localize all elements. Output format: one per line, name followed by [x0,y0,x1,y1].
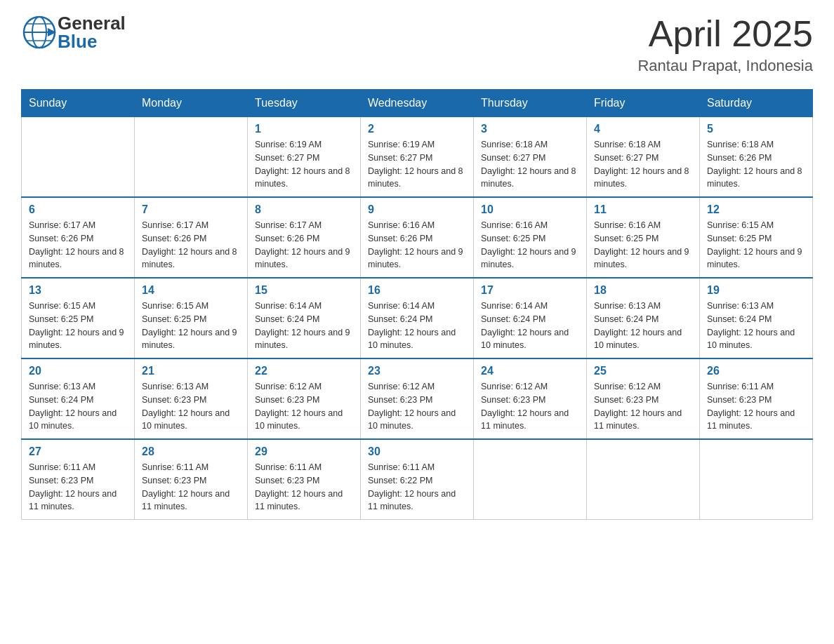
day-info: Sunrise: 6:13 AMSunset: 6:24 PMDaylight:… [594,300,692,352]
month-title: April 2025 [637,14,813,54]
day-info: Sunrise: 6:14 AMSunset: 6:24 PMDaylight:… [255,300,353,352]
calendar-cell [700,439,813,520]
location-title: Rantau Prapat, Indonesia [637,57,813,75]
day-info: Sunrise: 6:17 AMSunset: 6:26 PMDaylight:… [255,219,353,271]
day-number: 21 [142,365,240,377]
title-section: April 2025 Rantau Prapat, Indonesia [637,14,813,75]
day-number: 4 [594,123,692,135]
calendar-cell: 18Sunrise: 6:13 AMSunset: 6:24 PMDayligh… [587,278,700,358]
calendar-cell [587,439,700,520]
day-info: Sunrise: 6:14 AMSunset: 6:24 PMDaylight:… [368,300,466,352]
day-header-saturday: Saturday [700,90,813,117]
calendar-cell: 15Sunrise: 6:14 AMSunset: 6:24 PMDayligh… [248,278,361,358]
calendar-cell: 20Sunrise: 6:13 AMSunset: 6:24 PMDayligh… [22,358,135,439]
day-info: Sunrise: 6:16 AMSunset: 6:25 PMDaylight:… [481,219,579,271]
calendar-cell: 2Sunrise: 6:19 AMSunset: 6:27 PMDaylight… [361,117,474,198]
logo-general-text: General [58,14,126,32]
day-info: Sunrise: 6:16 AMSunset: 6:25 PMDaylight:… [594,219,692,271]
day-header-wednesday: Wednesday [361,90,474,117]
calendar-cell: 29Sunrise: 6:11 AMSunset: 6:23 PMDayligh… [248,439,361,520]
calendar-cell: 12Sunrise: 6:15 AMSunset: 6:25 PMDayligh… [700,197,813,278]
calendar-cell [135,117,248,198]
calendar-cell: 19Sunrise: 6:13 AMSunset: 6:24 PMDayligh… [700,278,813,358]
logo-blue-text: Blue [58,32,126,51]
day-info: Sunrise: 6:17 AMSunset: 6:26 PMDaylight:… [142,219,240,271]
day-info: Sunrise: 6:11 AMSunset: 6:23 PMDaylight:… [29,461,127,514]
day-number: 24 [481,365,579,377]
calendar-cell: 22Sunrise: 6:12 AMSunset: 6:23 PMDayligh… [248,358,361,439]
day-info: Sunrise: 6:18 AMSunset: 6:26 PMDaylight:… [707,138,805,191]
calendar-week-row: 6Sunrise: 6:17 AMSunset: 6:26 PMDaylight… [22,197,813,278]
day-header-friday: Friday [587,90,700,117]
calendar-cell: 7Sunrise: 6:17 AMSunset: 6:26 PMDaylight… [135,197,248,278]
day-info: Sunrise: 6:11 AMSunset: 6:23 PMDaylight:… [142,461,240,514]
day-info: Sunrise: 6:15 AMSunset: 6:25 PMDaylight:… [29,300,127,352]
day-info: Sunrise: 6:15 AMSunset: 6:25 PMDaylight:… [707,219,805,271]
calendar-week-row: 20Sunrise: 6:13 AMSunset: 6:24 PMDayligh… [22,358,813,439]
day-info: Sunrise: 6:12 AMSunset: 6:23 PMDaylight:… [368,380,466,433]
calendar-cell: 10Sunrise: 6:16 AMSunset: 6:25 PMDayligh… [474,197,587,278]
calendar-cell: 11Sunrise: 6:16 AMSunset: 6:25 PMDayligh… [587,197,700,278]
day-info: Sunrise: 6:13 AMSunset: 6:23 PMDaylight:… [142,380,240,433]
day-header-monday: Monday [135,90,248,117]
day-info: Sunrise: 6:12 AMSunset: 6:23 PMDaylight:… [255,380,353,433]
day-info: Sunrise: 6:12 AMSunset: 6:23 PMDaylight:… [594,380,692,433]
day-number: 9 [368,203,466,216]
day-number: 23 [368,365,466,377]
day-info: Sunrise: 6:14 AMSunset: 6:24 PMDaylight:… [481,300,579,352]
day-info: Sunrise: 6:19 AMSunset: 6:27 PMDaylight:… [255,138,353,191]
calendar-cell: 9Sunrise: 6:16 AMSunset: 6:26 PMDaylight… [361,197,474,278]
logo: General Blue [21,14,126,51]
day-number: 5 [707,123,805,135]
calendar-cell: 6Sunrise: 6:17 AMSunset: 6:26 PMDaylight… [22,197,135,278]
day-header-sunday: Sunday [22,90,135,117]
calendar-cell: 3Sunrise: 6:18 AMSunset: 6:27 PMDaylight… [474,117,587,198]
day-number: 17 [481,284,579,297]
day-info: Sunrise: 6:16 AMSunset: 6:26 PMDaylight:… [368,219,466,271]
logo-icon [21,14,58,51]
calendar-week-row: 1Sunrise: 6:19 AMSunset: 6:27 PMDaylight… [22,117,813,198]
day-number: 6 [29,203,127,216]
day-info: Sunrise: 6:18 AMSunset: 6:27 PMDaylight:… [594,138,692,191]
day-info: Sunrise: 6:13 AMSunset: 6:24 PMDaylight:… [29,380,127,433]
day-number: 29 [255,445,353,458]
calendar-cell: 28Sunrise: 6:11 AMSunset: 6:23 PMDayligh… [135,439,248,520]
day-number: 11 [594,203,692,216]
day-number: 10 [481,203,579,216]
day-number: 22 [255,365,353,377]
day-number: 20 [29,365,127,377]
day-number: 27 [29,445,127,458]
day-number: 28 [142,445,240,458]
calendar-cell: 14Sunrise: 6:15 AMSunset: 6:25 PMDayligh… [135,278,248,358]
day-number: 12 [707,203,805,216]
calendar-cell: 21Sunrise: 6:13 AMSunset: 6:23 PMDayligh… [135,358,248,439]
calendar-cell: 24Sunrise: 6:12 AMSunset: 6:23 PMDayligh… [474,358,587,439]
calendar-cell: 17Sunrise: 6:14 AMSunset: 6:24 PMDayligh… [474,278,587,358]
calendar-cell: 1Sunrise: 6:19 AMSunset: 6:27 PMDaylight… [248,117,361,198]
day-number: 13 [29,284,127,297]
day-number: 25 [594,365,692,377]
day-info: Sunrise: 6:11 AMSunset: 6:22 PMDaylight:… [368,461,466,514]
calendar-cell: 4Sunrise: 6:18 AMSunset: 6:27 PMDaylight… [587,117,700,198]
calendar-week-row: 27Sunrise: 6:11 AMSunset: 6:23 PMDayligh… [22,439,813,520]
day-number: 16 [368,284,466,297]
day-number: 14 [142,284,240,297]
calendar-cell [474,439,587,520]
calendar-table: SundayMondayTuesdayWednesdayThursdayFrid… [21,89,813,520]
day-info: Sunrise: 6:19 AMSunset: 6:27 PMDaylight:… [368,138,466,191]
calendar-cell: 26Sunrise: 6:11 AMSunset: 6:23 PMDayligh… [700,358,813,439]
day-number: 19 [707,284,805,297]
day-number: 18 [594,284,692,297]
day-number: 1 [255,123,353,135]
calendar-cell: 23Sunrise: 6:12 AMSunset: 6:23 PMDayligh… [361,358,474,439]
day-number: 7 [142,203,240,216]
calendar-cell [22,117,135,198]
day-info: Sunrise: 6:12 AMSunset: 6:23 PMDaylight:… [481,380,579,433]
calendar-cell: 8Sunrise: 6:17 AMSunset: 6:26 PMDaylight… [248,197,361,278]
calendar-cell: 16Sunrise: 6:14 AMSunset: 6:24 PMDayligh… [361,278,474,358]
day-number: 2 [368,123,466,135]
calendar-cell: 30Sunrise: 6:11 AMSunset: 6:22 PMDayligh… [361,439,474,520]
day-number: 8 [255,203,353,216]
day-info: Sunrise: 6:13 AMSunset: 6:24 PMDaylight:… [707,300,805,352]
calendar-cell: 25Sunrise: 6:12 AMSunset: 6:23 PMDayligh… [587,358,700,439]
